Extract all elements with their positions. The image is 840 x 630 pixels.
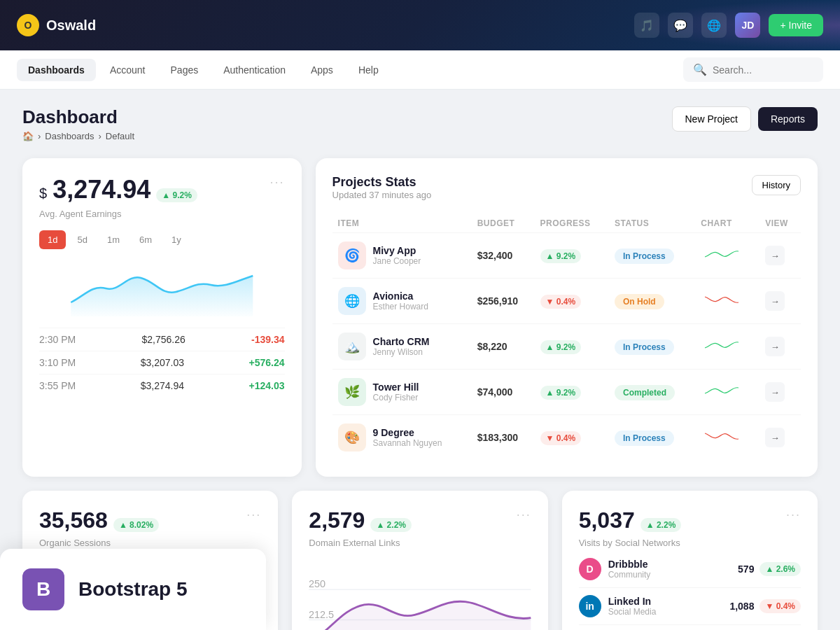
project-person: Jenny Wilson [373, 347, 430, 357]
search-icon: 🔍 [693, 63, 707, 76]
filter-6m[interactable]: 6m [131, 230, 160, 249]
brand-name: Oswald [46, 18, 96, 34]
earnings-badge: ▲ 9.2% [156, 188, 197, 202]
project-progress: ▲ 9.2% [540, 386, 582, 400]
col-progress: Progress [535, 214, 609, 233]
amount-2: $3,207.03 [141, 357, 184, 368]
menu-items: Dashboards Account Pages Authentication … [17, 59, 390, 81]
history-button[interactable]: History [752, 175, 801, 195]
project-budget: $32,400 [472, 233, 535, 279]
project-item: 🌐 Avionica Esther Howard [338, 287, 466, 315]
bootstrap-overlay: B Bootstrap 5 [0, 549, 266, 630]
social-network-value: 579 [738, 564, 754, 575]
filter-5d[interactable]: 5d [69, 230, 95, 249]
earnings-card: $ 3,274.94 ▲ 9.2% Avg. Agent Earnings ··… [22, 158, 302, 477]
project-view-btn[interactable]: → [765, 337, 785, 356]
filter-1m[interactable]: 1m [99, 230, 128, 249]
menu-item-account[interactable]: Account [99, 59, 157, 81]
sessions-value: 35,568 [39, 507, 108, 533]
project-budget: $183,300 [472, 415, 535, 461]
brand-logo: O [17, 14, 39, 36]
menu-item-apps[interactable]: Apps [300, 59, 344, 81]
table-row: 🏔️ Charto CRM Jenny Wilson $8,220 ▲ 9.2%… [332, 324, 801, 370]
project-view-btn[interactable]: → [765, 382, 785, 402]
social-network-change: ▲ 2.6% [760, 562, 801, 576]
project-chart [695, 415, 760, 461]
project-status: In Process [615, 248, 674, 264]
dollar-sign: $ [39, 186, 47, 202]
project-status: In Process [615, 430, 674, 446]
social-network-type: Social Media [608, 607, 657, 617]
menu-item-dashboards[interactable]: Dashboards [17, 59, 96, 81]
project-person: Cody Fisher [373, 393, 419, 402]
project-progress: ▲ 9.2% [540, 249, 582, 263]
earnings-menu[interactable]: ··· [270, 175, 285, 190]
project-name: Tower Hill [373, 382, 419, 393]
earnings-rows: 2:30 PM $2,756.26 -139.34 3:10 PM $3,207… [39, 328, 285, 397]
project-person: Esther Howard [373, 302, 428, 312]
search-input[interactable] [713, 64, 813, 76]
home-icon: 🏠 [22, 131, 34, 141]
table-row: 🌿 Tower Hill Cody Fisher $74,000 ▲ 9.2% … [332, 370, 801, 415]
top-navigation: O Oswald 🎵 💬 🌐 JD + Invite [0, 0, 840, 50]
projects-header: Projects Stats Updated 37 minutes ago Hi… [332, 175, 801, 211]
breadcrumb: 🏠 › Dashboards › Default [22, 131, 134, 141]
menu-item-authentication[interactable]: Authentication [212, 59, 297, 81]
filter-1y[interactable]: 1y [163, 230, 190, 249]
breadcrumb-default: Default [106, 131, 134, 141]
project-name: 9 Degree [373, 427, 442, 438]
share-icon-btn[interactable]: 🌐 [701, 13, 727, 38]
projects-table: Item Budget Progress Status Chart View 🌀… [332, 214, 801, 460]
project-view-btn[interactable]: → [765, 291, 785, 311]
social-network-type: Community [608, 570, 651, 580]
earnings-chart [39, 260, 285, 316]
svg-text:250: 250 [309, 578, 326, 589]
menu-item-pages[interactable]: Pages [160, 59, 210, 81]
table-row: 🌀 Mivy App Jane Cooper $32,400 ▲ 9.2% In… [332, 233, 801, 279]
invite-button[interactable]: + Invite [769, 14, 823, 36]
search-box[interactable]: 🔍 [683, 57, 823, 82]
project-name: Avionica [373, 290, 428, 302]
project-item: 🎨 9 Degree Savannah Nguyen [338, 424, 466, 451]
project-view-btn[interactable]: → [765, 428, 785, 447]
time-2: 3:10 PM [39, 357, 76, 368]
social-menu[interactable]: ··· [786, 507, 801, 522]
project-budget: $8,220 [472, 324, 535, 370]
project-status: Completed [615, 385, 675, 400]
earnings-row-1: 2:30 PM $2,756.26 -139.34 [39, 328, 285, 351]
sessions-badge: ▲ 8.02% [113, 518, 159, 532]
project-chart [695, 233, 760, 279]
reports-button[interactable]: Reports [758, 107, 818, 131]
domain-menu[interactable]: ··· [517, 507, 531, 522]
breadcrumb-dashboards[interactable]: Dashboards [45, 131, 94, 141]
social-row: D Dribbble Community 579 ▲ 2.6% [579, 551, 801, 588]
amount-1: $2,756.26 [141, 334, 185, 345]
col-item: Item [332, 214, 472, 233]
project-progress: ▼ 0.4% [540, 431, 582, 445]
sessions-menu[interactable]: ··· [246, 507, 261, 522]
social-card: 5,037 ▲ 2.2% Visits by Social Networks ·… [562, 491, 818, 630]
domain-subtitle: Domain External Links [309, 538, 412, 548]
col-budget: Budget [472, 214, 535, 233]
music-icon-btn[interactable]: 🎵 [634, 13, 659, 38]
social-row: in Linked In Social Media 1,088 ▼ 0.4% [579, 588, 801, 625]
menu-bar: Dashboards Account Pages Authentication … [0, 50, 840, 90]
page-title-group: Dashboard 🏠 › Dashboards › Default [22, 106, 134, 141]
new-project-button[interactable]: New Project [672, 106, 751, 132]
project-name: Charto CRM [373, 336, 430, 347]
svg-text:212.5: 212.5 [309, 609, 334, 620]
earnings-value: 3,274.94 [52, 175, 150, 204]
filter-1d[interactable]: 1d [39, 230, 66, 249]
social-left: in Linked In Social Media [579, 595, 657, 617]
project-view-btn[interactable]: → [765, 246, 785, 265]
avatar[interactable]: JD [735, 13, 760, 38]
menu-item-help[interactable]: Help [347, 59, 390, 81]
domain-value: 2,579 [309, 507, 365, 533]
project-item: 🏔️ Charto CRM Jenny Wilson [338, 332, 466, 360]
brand: O Oswald [17, 14, 96, 36]
earnings-subtitle: Avg. Agent Earnings [39, 209, 197, 219]
project-person: Jane Cooper [373, 256, 421, 266]
change-2: +576.24 [249, 357, 285, 368]
time-filters: 1d 5d 1m 6m 1y [39, 230, 285, 249]
chat-icon-btn[interactable]: 💬 [668, 13, 693, 38]
